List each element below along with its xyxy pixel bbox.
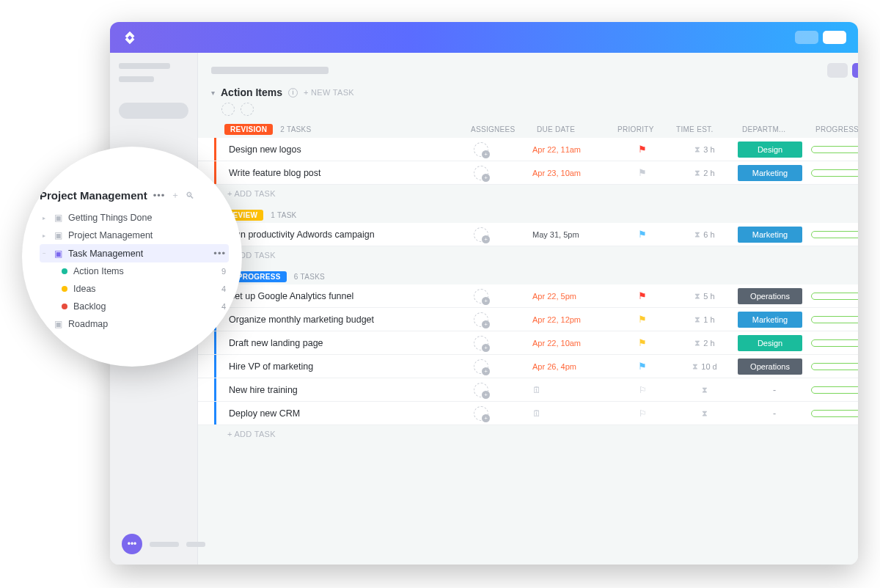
col-due[interactable]: DUE DATE <box>537 125 617 133</box>
task-row[interactable]: Write feature blog post Apr 23, 10am ⚑ ⧗… <box>198 161 858 185</box>
filter-assignee-icon[interactable] <box>241 103 254 116</box>
flag-icon[interactable]: ⚑ <box>638 290 647 301</box>
collapse-list-icon[interactable]: ▾ <box>211 89 215 97</box>
due-date[interactable]: Apr 22, 10am <box>532 339 581 348</box>
task-count: 1 TASK <box>271 211 296 219</box>
assignee-add-icon[interactable] <box>474 336 488 350</box>
flag-icon[interactable]: ⚑ <box>638 229 647 240</box>
progress-bar[interactable] <box>811 410 858 417</box>
status-dot-icon <box>62 286 67 292</box>
assignee-add-icon[interactable] <box>474 406 488 421</box>
time-estimate[interactable]: ⧗2 h <box>672 338 738 348</box>
due-date[interactable]: May 31, 5pm <box>532 230 579 239</box>
col-priority[interactable]: PRIORITY <box>617 125 676 133</box>
department-tag[interactable]: Design <box>738 142 802 158</box>
department-tag[interactable]: Marketing <box>738 227 802 243</box>
progress-bar[interactable] <box>811 386 858 394</box>
view-toggle-button[interactable] <box>827 63 848 78</box>
due-date[interactable]: Apr 23, 10am <box>532 169 581 177</box>
col-assignees[interactable]: ASSIGNEES <box>471 125 537 133</box>
sidebar-folder-item[interactable]: ▸ ▣ Project Management <box>40 227 229 244</box>
time-estimate[interactable]: ⧗ <box>672 385 738 394</box>
view-toggle-button[interactable] <box>852 63 858 78</box>
department-tag[interactable]: - <box>738 385 811 395</box>
topbar <box>110 22 858 53</box>
more-icon[interactable]: ••• <box>153 190 166 201</box>
assignee-add-icon[interactable] <box>474 383 488 397</box>
assignee-add-icon[interactable] <box>474 359 488 374</box>
progress-bar[interactable] <box>811 169 858 177</box>
task-row[interactable]: New hire training 🗓 ⚐ ⧗ - 0% <box>198 378 858 402</box>
department-tag[interactable]: - <box>738 408 811 419</box>
topbar-button[interactable] <box>823 31 846 44</box>
calendar-icon[interactable]: 🗓 <box>532 385 541 395</box>
department-tag[interactable]: Design <box>738 335 802 351</box>
sidebar-list-item[interactable]: Backlog 4 <box>40 298 229 315</box>
info-icon[interactable]: i <box>288 88 298 98</box>
sidebar-search[interactable] <box>119 103 188 119</box>
progress-bar[interactable] <box>811 316 858 323</box>
progress-bar[interactable] <box>811 146 858 153</box>
add-task-button[interactable]: + ADD TASK <box>198 425 858 443</box>
due-date[interactable]: Apr 22, 12pm <box>532 315 581 324</box>
department-tag[interactable]: Marketing <box>738 165 802 181</box>
due-date[interactable]: Apr 26, 4pm <box>532 362 576 371</box>
new-task-button[interactable]: + NEW TASK <box>304 88 354 97</box>
progress-bar[interactable] <box>811 293 858 300</box>
assignee-add-icon[interactable] <box>474 142 488 157</box>
add-task-button[interactable]: + ADD TASK <box>198 246 858 264</box>
filter-assignee-icon[interactable] <box>221 103 235 116</box>
plus-icon[interactable]: ＋ <box>171 189 180 202</box>
sidebar-item-label: Roadmap <box>68 319 108 329</box>
task-row[interactable]: Organize monthly marketing budget Apr 22… <box>198 308 858 331</box>
calendar-icon[interactable]: 🗓 <box>532 408 541 419</box>
assignee-add-icon[interactable] <box>474 312 488 327</box>
flag-icon[interactable]: ⚐ <box>639 408 647 419</box>
progress-bar[interactable] <box>811 363 858 370</box>
time-estimate[interactable]: ⧗3 h <box>672 144 738 154</box>
sidebar-popover: Project Management ••• ＋ 🔍︎ ▸ ▣ Getting … <box>22 147 242 367</box>
department-tag[interactable]: Marketing <box>738 312 802 328</box>
due-date[interactable]: Apr 22, 5pm <box>532 292 576 301</box>
time-estimate[interactable]: ⧗1 h <box>672 315 738 324</box>
sidebar-list-item[interactable]: Action Items 9 <box>40 262 229 280</box>
time-estimate[interactable]: ⧗2 h <box>672 168 738 177</box>
progress-bar[interactable] <box>811 339 858 347</box>
task-row[interactable]: Run productivity Adwords campaign May 31… <box>198 223 858 246</box>
sidebar-list-item[interactable]: Ideas 4 <box>40 280 229 298</box>
assignee-add-icon[interactable] <box>474 227 488 242</box>
flag-icon[interactable]: ⚑ <box>638 144 647 155</box>
time-estimate[interactable]: ⧗ <box>672 408 738 418</box>
time-estimate[interactable]: ⧗5 h <box>672 291 738 301</box>
department-tag[interactable]: Operations <box>738 359 802 375</box>
progress-bar[interactable] <box>811 231 858 238</box>
flag-icon[interactable]: ⚑ <box>638 361 647 372</box>
col-dept[interactable]: DEPARTM... <box>742 125 815 133</box>
col-progress[interactable]: PROGRESS <box>815 125 858 133</box>
department-tag[interactable]: Operations <box>738 288 802 304</box>
add-task-button[interactable]: + ADD TASK <box>198 185 858 202</box>
sidebar-folder-item[interactable]: ▸ ▣ Roadmap <box>40 315 229 333</box>
col-time[interactable]: TIME EST. <box>676 125 742 133</box>
flag-icon[interactable]: ⚑ <box>638 314 647 325</box>
task-row[interactable]: Deploy new CRM 🗓 ⚐ ⧗ - 0% <box>198 402 858 425</box>
flag-icon[interactable]: ⚑ <box>638 167 647 178</box>
more-icon[interactable]: ••• <box>213 248 226 259</box>
assignee-add-icon[interactable] <box>474 289 488 304</box>
flag-icon[interactable]: ⚐ <box>639 385 647 395</box>
sidebar-folder-item[interactable]: − ▣ Task Management ••• <box>40 244 229 262</box>
time-estimate[interactable]: ⧗6 h <box>672 229 738 239</box>
task-row[interactable]: Draft new landing page Apr 22, 10am ⚑ ⧗2… <box>198 331 858 355</box>
task-row[interactable]: Hire VP of marketing Apr 26, 4pm ⚑ ⧗10 d… <box>198 355 858 378</box>
sidebar-folder-item[interactable]: ▸ ▣ Getting Things Done <box>40 209 229 227</box>
search-icon[interactable]: 🔍︎ <box>186 191 194 201</box>
flag-icon[interactable]: ⚑ <box>638 337 647 348</box>
task-row[interactable]: Set up Google Analytics funnel Apr 22, 5… <box>198 284 858 308</box>
time-estimate[interactable]: ⧗10 d <box>672 361 738 371</box>
task-row[interactable]: Design new logos Apr 22, 11am ⚑ ⧗3 h Des… <box>198 138 858 161</box>
due-date[interactable]: Apr 22, 11am <box>532 145 581 154</box>
status-pill[interactable]: REVISION <box>224 124 273 135</box>
chat-icon[interactable]: ••• <box>122 534 142 554</box>
assignee-add-icon[interactable] <box>474 166 488 180</box>
topbar-button[interactable] <box>795 31 818 44</box>
